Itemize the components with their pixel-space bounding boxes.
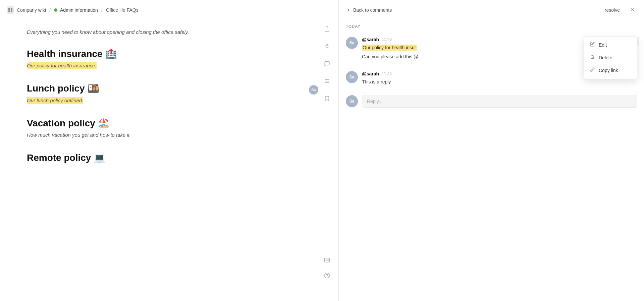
highlighted-text-lunch: Our lunch policy outlined.	[27, 97, 83, 104]
breadcrumb-company-wiki[interactable]: Company wiki	[17, 7, 46, 13]
comment-button[interactable]	[322, 58, 332, 69]
breadcrumb-admin-information[interactable]: Admin information	[60, 7, 98, 13]
highlighted-text-health: Our policy for health insurance.	[27, 62, 97, 69]
text-format-button[interactable]	[322, 76, 332, 86]
section-desc-health: Our policy for health insurance.	[27, 62, 318, 70]
laptop-emoji: 💻	[94, 153, 105, 164]
keyboard-shortcut-icon[interactable]	[322, 255, 332, 265]
comment-time-2: 11:44	[382, 71, 392, 76]
copy-link-label: Copy link	[599, 68, 618, 73]
dropdown-edit-item[interactable]: Edit	[584, 39, 637, 51]
help-icon[interactable]	[322, 270, 332, 281]
status-dot	[54, 8, 57, 12]
delete-icon	[589, 55, 595, 61]
comment-author-2: @sarah	[362, 71, 379, 76]
vacation-emoji: 🏖️	[98, 118, 110, 129]
content-area: Everything you need to know about openin…	[0, 20, 338, 301]
left-panel: Company wiki / Admin information / Offic…	[0, 0, 339, 301]
breadcrumb-sep-1: /	[49, 7, 51, 13]
hospital-emoji: 🏥	[105, 48, 117, 59]
link-icon	[589, 67, 595, 73]
close-button[interactable]: ×	[628, 5, 637, 15]
edit-label: Edit	[599, 42, 607, 48]
reply-area: Sa Reply...	[339, 91, 644, 112]
reply-input[interactable]: Reply...	[362, 95, 637, 108]
breadcrumb-sep-2: /	[101, 7, 103, 13]
section-heading-lunch: Lunch policy	[27, 83, 85, 94]
today-label: TODAY	[339, 20, 644, 32]
comment-text-2: This is a reply	[362, 78, 637, 85]
edit-icon	[589, 42, 595, 48]
dropdown-delete-item[interactable]: Delete	[584, 51, 637, 64]
section-remote-policy: Remote policy 💻	[27, 153, 318, 164]
svg-rect-2	[8, 10, 10, 12]
svg-rect-3	[11, 10, 12, 12]
breadcrumb: Company wiki / Admin information / Offic…	[0, 0, 338, 20]
share-button[interactable]	[322, 23, 332, 34]
comment-author-1: @sarah	[362, 37, 379, 42]
back-to-comments-button[interactable]: Back to comments	[346, 7, 601, 13]
comment-time-1: 11:43	[382, 37, 392, 42]
delete-label: Delete	[599, 55, 612, 60]
section-title-remote: Remote policy 💻	[27, 153, 318, 164]
section-health-insurance: Health insurance 🏥 Our policy for health…	[27, 48, 318, 70]
bottom-tools	[322, 255, 332, 281]
lunch-emoji: 🍱	[88, 83, 99, 94]
breadcrumb-page-title[interactable]: Office life FAQs	[106, 7, 139, 13]
svg-point-8	[327, 116, 327, 116]
clap-button[interactable]	[322, 41, 332, 52]
section-author-lunch: Sa	[309, 85, 318, 95]
section-lunch-policy: Lunch policy 🍱 Sa Our lunch policy outli…	[27, 83, 318, 105]
back-label: Back to comments	[353, 7, 392, 13]
svg-point-7	[327, 114, 327, 115]
section-heading-health: Health insurance	[27, 49, 103, 59]
section-title-lunch: Lunch policy 🍱	[27, 83, 99, 94]
svg-rect-1	[11, 8, 12, 10]
section-heading-vacation: Vacation policy	[27, 118, 95, 129]
section-vacation-policy: Vacation policy 🏖️ How much vacation you…	[27, 118, 318, 139]
section-desc-lunch: Our lunch policy outlined.	[27, 97, 318, 105]
bookmark-button[interactable]	[322, 93, 332, 104]
dropdown-copy-link-item[interactable]: Copy link	[584, 64, 637, 77]
comments-panel: Back to comments resolve × TODAY Sa @sar…	[339, 0, 644, 301]
resolve-button[interactable]: resolve	[605, 7, 620, 13]
svg-rect-10	[325, 258, 330, 262]
svg-point-9	[327, 117, 327, 118]
svg-rect-0	[8, 8, 10, 10]
comments-header: Back to comments resolve ×	[339, 0, 644, 20]
page-tools	[322, 23, 332, 121]
intro-text: Everything you need to know about openin…	[27, 28, 318, 36]
comment-highlight-1: Our policy for health insur	[362, 45, 417, 51]
vacation-desc-text: How much vacation you get and how to tak…	[27, 132, 131, 138]
nav-icon[interactable]	[7, 6, 14, 14]
dropdown-menu: Edit Delete Copy link	[584, 36, 637, 79]
avatar-current-user: Sa	[346, 95, 358, 107]
section-title-vacation: Vacation policy 🏖️	[27, 118, 318, 129]
section-title-health-insurance: Health insurance 🏥	[27, 48, 318, 59]
avatar-sarah-2: Sa	[346, 71, 358, 83]
section-heading-remote: Remote policy	[27, 153, 91, 163]
more-options-button[interactable]	[322, 111, 332, 121]
avatar-sarah-1: Sa	[346, 37, 358, 49]
section-desc-vacation: How much vacation you get and how to tak…	[27, 131, 318, 139]
